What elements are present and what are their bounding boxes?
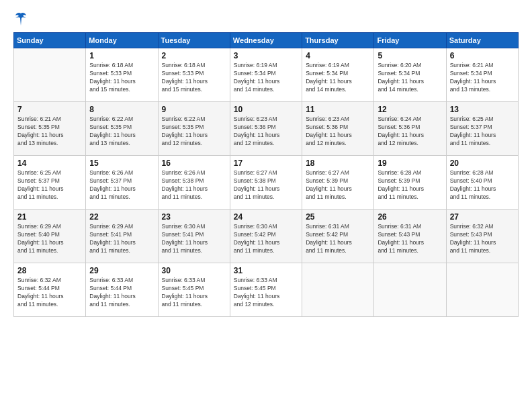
day-cell: 22Sunrise: 6:29 AMSunset: 5:41 PMDayligh… [86,210,158,263]
day-number: 11 [306,105,370,114]
header-cell-sunday: Sunday [14,33,86,48]
day-number: 24 [234,212,298,222]
day-info: Sunrise: 6:18 AMSunset: 5:33 PMDaylight:… [162,62,226,94]
calendar-page: SundayMondayTuesdayWednesdayThursdayFrid… [0,0,532,411]
day-info: Sunrise: 6:21 AMSunset: 5:34 PMDaylight:… [450,62,515,94]
day-cell: 27Sunrise: 6:32 AMSunset: 5:43 PMDayligh… [446,210,518,263]
day-number: 12 [378,105,442,114]
week-row-2: 7Sunrise: 6:21 AMSunset: 5:35 PMDaylight… [14,102,519,156]
day-cell: 20Sunrise: 6:28 AMSunset: 5:40 PMDayligh… [446,156,518,210]
day-cell: 19Sunrise: 6:28 AMSunset: 5:39 PMDayligh… [374,156,446,210]
header-cell-thursday: Thursday [302,33,374,48]
day-number: 26 [378,212,442,222]
day-number: 23 [162,212,226,222]
week-row-1: 1Sunrise: 6:18 AMSunset: 5:33 PMDaylight… [14,48,519,102]
day-number: 20 [450,158,515,168]
day-number: 1 [89,51,154,60]
header-cell-friday: Friday [374,33,446,48]
day-cell: 3Sunrise: 6:19 AMSunset: 5:34 PMDaylight… [230,48,302,102]
day-cell: 18Sunrise: 6:27 AMSunset: 5:39 PMDayligh… [302,156,374,210]
day-info: Sunrise: 6:28 AMSunset: 5:40 PMDaylight:… [450,169,515,201]
day-info: Sunrise: 6:33 AMSunset: 5:44 PMDaylight:… [89,277,154,309]
day-info: Sunrise: 6:27 AMSunset: 5:39 PMDaylight:… [306,169,370,201]
day-info: Sunrise: 6:30 AMSunset: 5:41 PMDaylight:… [162,223,226,255]
day-number: 29 [89,266,154,275]
day-cell: 25Sunrise: 6:31 AMSunset: 5:42 PMDayligh… [302,210,374,263]
day-number: 9 [162,105,226,114]
day-number: 31 [234,266,298,275]
day-number: 2 [162,51,226,60]
day-cell: 30Sunrise: 6:33 AMSunset: 5:45 PMDayligh… [158,263,230,317]
day-number: 5 [378,51,442,60]
day-cell: 9Sunrise: 6:22 AMSunset: 5:35 PMDaylight… [158,102,230,156]
day-number: 25 [306,212,370,222]
day-info: Sunrise: 6:19 AMSunset: 5:34 PMDaylight:… [306,62,370,94]
day-number: 27 [450,212,515,222]
day-cell: 13Sunrise: 6:25 AMSunset: 5:37 PMDayligh… [446,102,518,156]
day-info: Sunrise: 6:28 AMSunset: 5:39 PMDaylight:… [378,169,442,201]
day-cell: 31Sunrise: 6:33 AMSunset: 5:45 PMDayligh… [230,263,302,317]
day-info: Sunrise: 6:24 AMSunset: 5:36 PMDaylight:… [378,116,442,148]
week-row-4: 21Sunrise: 6:29 AMSunset: 5:40 PMDayligh… [14,210,519,263]
day-info: Sunrise: 6:26 AMSunset: 5:37 PMDaylight:… [89,169,154,201]
day-number: 4 [306,51,370,60]
day-cell [446,263,518,317]
header-cell-tuesday: Tuesday [158,33,230,48]
day-cell: 7Sunrise: 6:21 AMSunset: 5:35 PMDaylight… [14,102,86,156]
day-cell: 12Sunrise: 6:24 AMSunset: 5:36 PMDayligh… [374,102,446,156]
day-info: Sunrise: 6:29 AMSunset: 5:41 PMDaylight:… [89,223,154,255]
day-number: 8 [89,105,154,114]
day-info: Sunrise: 6:25 AMSunset: 5:37 PMDaylight:… [17,169,82,201]
day-cell: 21Sunrise: 6:29 AMSunset: 5:40 PMDayligh… [14,210,86,263]
day-info: Sunrise: 6:32 AMSunset: 5:44 PMDaylight:… [17,277,82,309]
day-cell: 14Sunrise: 6:25 AMSunset: 5:37 PMDayligh… [14,156,86,210]
day-number: 14 [17,158,82,168]
header-cell-wednesday: Wednesday [230,33,302,48]
day-cell: 23Sunrise: 6:30 AMSunset: 5:41 PMDayligh… [158,210,230,263]
day-cell: 10Sunrise: 6:23 AMSunset: 5:36 PMDayligh… [230,102,302,156]
day-cell [302,263,374,317]
day-number: 7 [17,105,82,114]
day-number: 30 [162,266,226,275]
day-number: 3 [234,51,298,60]
logo [13,12,27,27]
day-info: Sunrise: 6:26 AMSunset: 5:38 PMDaylight:… [162,169,226,201]
day-info: Sunrise: 6:23 AMSunset: 5:36 PMDaylight:… [234,116,298,148]
calendar-table: SundayMondayTuesdayWednesdayThursdayFrid… [13,32,519,317]
day-info: Sunrise: 6:23 AMSunset: 5:36 PMDaylight:… [306,116,370,148]
day-cell: 1Sunrise: 6:18 AMSunset: 5:33 PMDaylight… [86,48,158,102]
day-cell: 8Sunrise: 6:22 AMSunset: 5:35 PMDaylight… [86,102,158,156]
day-info: Sunrise: 6:29 AMSunset: 5:40 PMDaylight:… [17,223,82,255]
day-number: 15 [89,158,154,168]
day-cell: 2Sunrise: 6:18 AMSunset: 5:33 PMDaylight… [158,48,230,102]
day-info: Sunrise: 6:22 AMSunset: 5:35 PMDaylight:… [89,116,154,148]
day-cell: 16Sunrise: 6:26 AMSunset: 5:38 PMDayligh… [158,156,230,210]
day-info: Sunrise: 6:19 AMSunset: 5:34 PMDaylight:… [234,62,298,94]
day-cell: 4Sunrise: 6:19 AMSunset: 5:34 PMDaylight… [302,48,374,102]
day-cell [14,48,86,102]
day-info: Sunrise: 6:22 AMSunset: 5:35 PMDaylight:… [162,116,226,148]
day-number: 6 [450,51,515,60]
day-info: Sunrise: 6:30 AMSunset: 5:42 PMDaylight:… [234,223,298,255]
day-info: Sunrise: 6:32 AMSunset: 5:43 PMDaylight:… [450,223,515,255]
day-cell: 5Sunrise: 6:20 AMSunset: 5:34 PMDaylight… [374,48,446,102]
day-number: 13 [450,105,515,114]
day-cell: 24Sunrise: 6:30 AMSunset: 5:42 PMDayligh… [230,210,302,263]
day-cell: 29Sunrise: 6:33 AMSunset: 5:44 PMDayligh… [86,263,158,317]
logo-bird-icon [15,12,27,27]
day-cell: 6Sunrise: 6:21 AMSunset: 5:34 PMDaylight… [446,48,518,102]
day-info: Sunrise: 6:21 AMSunset: 5:35 PMDaylight:… [17,116,82,148]
day-info: Sunrise: 6:20 AMSunset: 5:34 PMDaylight:… [378,62,442,94]
day-info: Sunrise: 6:27 AMSunset: 5:38 PMDaylight:… [234,169,298,201]
day-number: 21 [17,212,82,222]
day-info: Sunrise: 6:31 AMSunset: 5:42 PMDaylight:… [306,223,370,255]
day-info: Sunrise: 6:18 AMSunset: 5:33 PMDaylight:… [89,62,154,94]
day-cell: 17Sunrise: 6:27 AMSunset: 5:38 PMDayligh… [230,156,302,210]
day-cell: 26Sunrise: 6:31 AMSunset: 5:43 PMDayligh… [374,210,446,263]
header-row: SundayMondayTuesdayWednesdayThursdayFrid… [14,33,519,48]
day-info: Sunrise: 6:31 AMSunset: 5:43 PMDaylight:… [378,223,442,255]
day-info: Sunrise: 6:33 AMSunset: 5:45 PMDaylight:… [162,277,226,309]
header-cell-monday: Monday [86,33,158,48]
day-number: 19 [378,158,442,168]
day-cell: 15Sunrise: 6:26 AMSunset: 5:37 PMDayligh… [86,156,158,210]
